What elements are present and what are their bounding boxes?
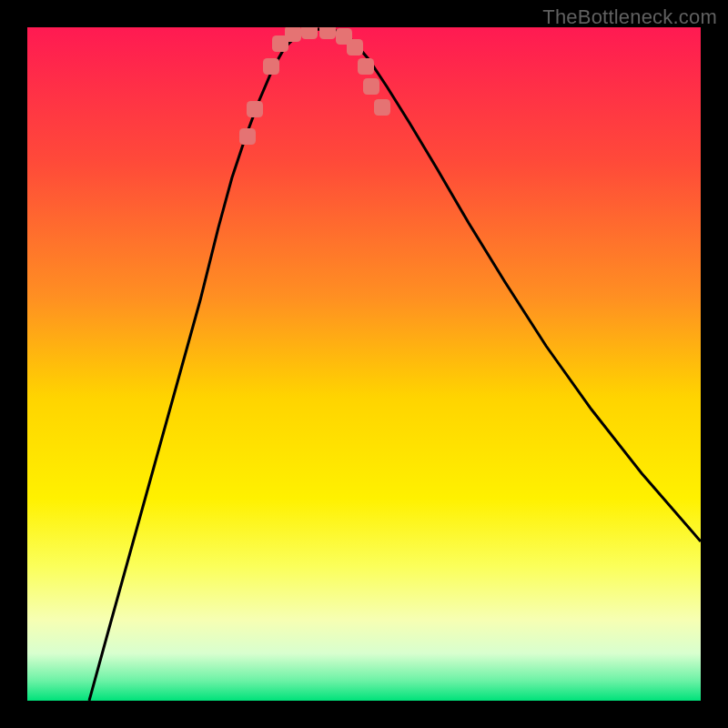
curve-marker	[239, 128, 256, 145]
curve-marker	[247, 101, 263, 117]
curve-marker	[374, 99, 390, 116]
watermark-text: TheBottleneck.com	[542, 5, 717, 29]
plot-background	[27, 27, 701, 701]
curve-marker	[347, 39, 363, 56]
chart-frame: TheBottleneck.com	[0, 0, 728, 728]
curve-marker	[363, 78, 379, 95]
curve-marker	[319, 27, 336, 39]
curve-marker	[358, 58, 374, 75]
plot-svg	[27, 27, 701, 701]
curve-marker	[285, 27, 301, 42]
curve-marker	[301, 27, 318, 39]
curve-marker	[263, 58, 279, 75]
